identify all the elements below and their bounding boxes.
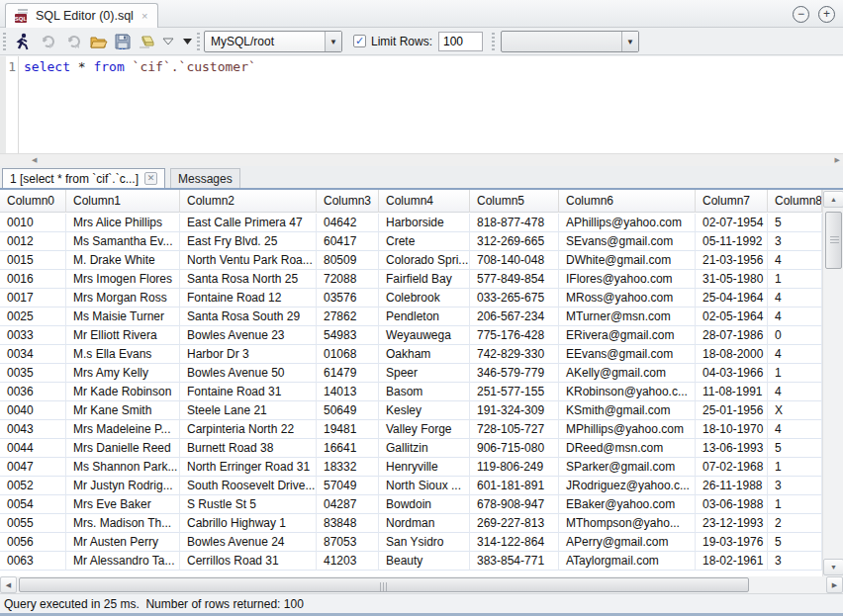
table-cell[interactable]: 04-03-1966 (696, 364, 768, 383)
table-cell[interactable]: 50649 (317, 401, 379, 420)
scroll-left-icon[interactable]: ◀ (32, 156, 37, 164)
table-cell[interactable]: Bowles Avenue 24 (180, 533, 317, 552)
table-cell[interactable]: 07-02-1968 (696, 458, 768, 477)
table-cell[interactable]: Bowles Avenue 50 (180, 364, 317, 383)
sql-statement[interactable]: select * from `cif`.`customer` (24, 59, 256, 74)
table-cell[interactable]: Basom (379, 383, 470, 401)
table-row[interactable]: 0015M. Drake WhiteNorth Ventu Park Roa..… (0, 251, 822, 270)
table-cell[interactable]: 0056 (0, 533, 66, 552)
column-header[interactable]: Column8 (768, 190, 822, 213)
table-cell[interactable]: Henryville (379, 458, 470, 477)
table-cell[interactable]: Colebrook (379, 289, 470, 308)
table-horizontal-scrollbar[interactable]: ◀ ▶ (0, 576, 843, 593)
table-cell[interactable]: 0040 (0, 401, 66, 420)
table-cell[interactable]: 18332 (317, 458, 379, 477)
table-cell[interactable]: 0012 (0, 232, 66, 251)
table-cell[interactable]: 18-08-2000 (696, 345, 768, 364)
table-cell[interactable]: 0054 (0, 495, 66, 514)
table-cell[interactable]: 0036 (0, 383, 66, 401)
table-row[interactable]: 0040Mr Kane SmithSteele Lane 2150649Kesl… (0, 401, 822, 420)
table-cell[interactable]: KSmith@gmail.com (559, 401, 696, 420)
table-cell[interactable]: Ms Samantha Ev... (66, 232, 180, 251)
table-cell[interactable]: Mrs Imogen Flores (66, 270, 180, 289)
sql-code-editor[interactable]: 1 select * from `cif`.`customer` (0, 56, 843, 153)
table-cell[interactable]: 0015 (0, 251, 66, 270)
table-cell[interactable]: Mr Justyn Rodrig... (66, 477, 180, 495)
table-cell[interactable]: Harborside (379, 214, 470, 232)
table-cell[interactable]: 4 (768, 251, 822, 270)
table-cell[interactable]: Harbor Dr 3 (180, 345, 317, 364)
table-cell[interactable]: 346-579-779 (470, 364, 559, 383)
table-cell[interactable]: Ms Maisie Turner (66, 308, 180, 326)
table-cell[interactable]: Cerrillos Road 31 (180, 552, 317, 571)
table-cell[interactable]: Weyauwega (379, 326, 470, 345)
table-cell[interactable]: Mr Kane Smith (66, 401, 180, 420)
clear-icon[interactable] (137, 31, 156, 52)
editor-horizontal-scrollbar[interactable]: ◀ ▶ (0, 153, 843, 166)
table-cell[interactable]: Crete (379, 232, 470, 251)
table-cell[interactable]: X (768, 401, 822, 420)
limit-rows-input[interactable] (438, 32, 483, 51)
column-header[interactable]: Column0 (0, 190, 66, 213)
table-row[interactable]: 0017Mrs Morgan RossFontaine Road 1203576… (0, 289, 822, 308)
table-cell[interactable]: Mrs Alice Phillips (66, 214, 180, 232)
table-cell[interactable]: 02-07-1954 (696, 214, 768, 232)
table-cell[interactable]: 14013 (317, 383, 379, 401)
table-cell[interactable]: APhillips@yahoo.com (559, 214, 696, 232)
table-cell[interactable]: Oakham (379, 345, 470, 364)
scroll-up-icon[interactable]: ▲ (823, 191, 843, 208)
table-cell[interactable]: 728-105-727 (470, 420, 559, 439)
table-cell[interactable]: 0043 (0, 420, 66, 439)
column-header[interactable]: Column2 (180, 190, 317, 213)
column-header[interactable]: Column4 (379, 190, 470, 213)
table-cell[interactable]: Ms Shannon Park... (66, 458, 180, 477)
table-cell[interactable]: SParker@gmail.com (559, 458, 696, 477)
column-header[interactable]: Column7 (696, 190, 768, 213)
table-cell[interactable]: 251-577-155 (470, 383, 559, 401)
table-cell[interactable]: Cabrillo Highway 1 (180, 514, 317, 533)
table-cell[interactable]: 4 (768, 308, 822, 326)
table-cell[interactable]: 19481 (317, 420, 379, 439)
table-cell[interactable]: Mr Kade Robinson (66, 383, 180, 401)
table-cell[interactable]: East Fry Blvd. 25 (180, 232, 317, 251)
table-cell[interactable]: 1 (768, 495, 822, 514)
table-cell[interactable]: EBaker@yahoo.com (559, 495, 696, 514)
table-cell[interactable]: 11-08-1991 (696, 383, 768, 401)
minimize-view-button[interactable]: − (793, 6, 809, 23)
table-vertical-scrollbar[interactable]: ▲ ▼ (822, 190, 843, 576)
table-cell[interactable]: 02-05-1964 (696, 308, 768, 326)
table-cell[interactable]: 0017 (0, 289, 66, 308)
table-cell[interactable]: San Ysidro (379, 533, 470, 552)
table-row[interactable]: 0056Mr Austen PerryBowles Avenue 2487053… (0, 533, 822, 552)
table-cell[interactable]: 0025 (0, 308, 66, 326)
table-cell[interactable]: MTurner@msn.com (559, 308, 696, 326)
scroll-down-icon[interactable]: ▼ (823, 559, 843, 575)
table-cell[interactable]: 2 (768, 514, 822, 533)
table-cell[interactable]: Mrs Madeleine P... (66, 420, 180, 439)
table-row[interactable]: 0010Mrs Alice PhillipsEast Calle Primera… (0, 214, 822, 232)
table-cell[interactable]: ATaylorgmail.com (559, 552, 696, 571)
table-cell[interactable]: MRoss@yahoo.com (559, 289, 696, 308)
horizontal-scrollbar-thumb[interactable] (19, 577, 749, 592)
table-row[interactable]: 0016Mrs Imogen FloresSanta Rosa North 25… (0, 270, 822, 289)
table-cell[interactable]: 269-227-813 (470, 514, 559, 533)
table-cell[interactable]: North Erringer Road 31 (180, 458, 317, 477)
maximize-view-button[interactable]: + (818, 6, 835, 23)
table-cell[interactable]: 312-269-665 (470, 232, 559, 251)
table-cell[interactable]: Speer (379, 364, 470, 383)
scroll-right-icon[interactable]: ▶ (826, 576, 843, 593)
rerun-statements-icon[interactable] (63, 31, 85, 52)
table-cell[interactable]: Mrs. Madison Th... (66, 514, 180, 533)
table-cell[interactable]: 28-07-1986 (696, 326, 768, 345)
table-cell[interactable]: East Calle Primera 47 (180, 214, 317, 232)
table-cell[interactable]: Bowles Avenue 23 (180, 326, 317, 345)
table-cell[interactable]: 678-908-947 (470, 495, 559, 514)
snippet-combo[interactable]: ▼ (501, 31, 639, 52)
table-cell[interactable]: IFlores@yahoo.com (559, 270, 696, 289)
table-cell[interactable]: 04642 (317, 214, 379, 232)
table-cell[interactable]: 04287 (317, 495, 379, 514)
table-cell[interactable]: 1 (768, 270, 822, 289)
table-cell[interactable]: 60417 (317, 232, 379, 251)
table-cell[interactable]: 3 (768, 232, 822, 251)
table-cell[interactable]: MPhillips@yahoo.com (559, 420, 696, 439)
